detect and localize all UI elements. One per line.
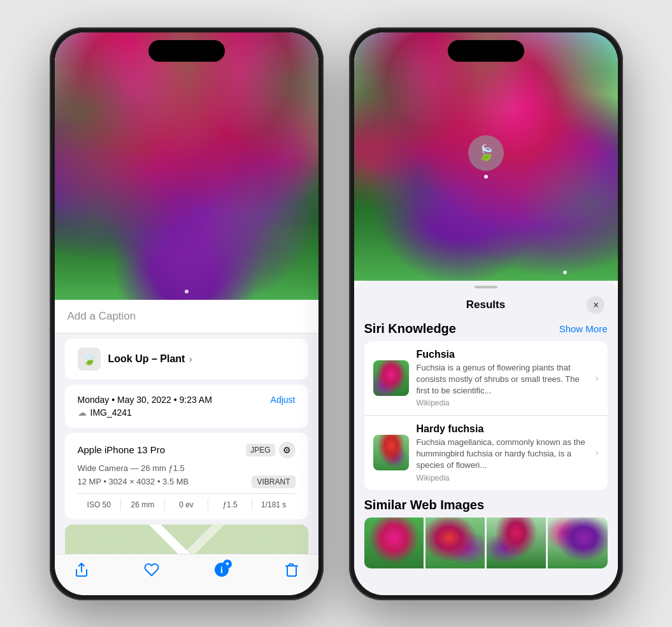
knowledge-item-2[interactable]: Hardy fuchsia Fuchsia magellanica, commo… xyxy=(364,416,608,490)
toolbar: i ✦ xyxy=(55,554,318,595)
hardy-title: Hardy fuchsia xyxy=(417,423,588,435)
similar-image-3[interactable] xyxy=(487,518,546,568)
close-button[interactable]: × xyxy=(587,296,604,314)
exif-iso: ISO 50 xyxy=(78,499,122,511)
cloud-icon: ☁ xyxy=(78,407,87,418)
camera-model-text: Apple iPhone 13 Pro xyxy=(78,444,166,455)
results-sheet: Results × Siri Knowledge Show More xyxy=(354,281,618,595)
svg-text:i: i xyxy=(220,565,223,575)
fuchsia-title: Fuchsia xyxy=(417,349,588,360)
photo-area-2[interactable]: 🍃 xyxy=(354,32,618,281)
gear-icon[interactable]: ⚙ xyxy=(279,442,296,458)
map-roads xyxy=(65,525,308,554)
adjust-button[interactable]: Adjust xyxy=(271,395,296,405)
leaf-icon: 🍃 xyxy=(476,144,496,162)
fuchsia-desc: Fuchsia is a genus of flowering plants t… xyxy=(417,362,588,397)
knowledge-card: Fuchsia Fuchsia is a genus of flowering … xyxy=(364,341,608,490)
info-button[interactable]: i ✦ xyxy=(214,562,229,577)
fuchsia-source: Wikipedia xyxy=(417,398,588,407)
mp-info: 12 MP • 3024 × 4032 • 3.5 MB xyxy=(78,477,189,486)
caption-row[interactable]: Add a Caption xyxy=(55,300,318,334)
fuchsia-thumbnail xyxy=(373,360,409,396)
siri-visual-button[interactable]: 🍃 xyxy=(468,135,504,171)
siri-knowledge-section: Siri Knowledge Show More xyxy=(364,321,608,490)
page-indicator-1 xyxy=(185,290,189,293)
format-badge: JPEG xyxy=(246,444,275,456)
sheet-handle xyxy=(475,286,497,288)
section-header: Siri Knowledge Show More xyxy=(364,321,608,336)
hardy-desc: Fuchsia magellanica, commonly known as t… xyxy=(417,437,588,472)
lookup-label: Look Up – Plant › xyxy=(108,353,192,365)
lookup-icon: 🍃 xyxy=(78,348,101,370)
camera-section: Apple iPhone 13 Pro JPEG ⚙ Wide Camera —… xyxy=(65,433,308,519)
chevron-right-icon-1: › xyxy=(595,372,598,384)
chevron-right-icon-2: › xyxy=(595,447,598,458)
similar-image-4[interactable] xyxy=(548,518,607,568)
share-button[interactable] xyxy=(74,562,89,577)
similar-images-grid xyxy=(364,518,608,568)
siri-knowledge-title: Siri Knowledge xyxy=(364,321,456,336)
hardy-thumbnail xyxy=(373,435,409,470)
page-indicator-2 xyxy=(563,271,567,274)
hardy-text: Hardy fuchsia Fuchsia magellanica, commo… xyxy=(417,423,588,483)
map-area[interactable] xyxy=(65,525,308,554)
phone-2: 🍃 Results × xyxy=(349,27,623,600)
date-text: Monday • May 30, 2022 • 9:23 AM xyxy=(78,395,212,405)
similar-image-1[interactable] xyxy=(364,518,424,568)
favorite-button[interactable] xyxy=(144,562,159,577)
date-section: Monday • May 30, 2022 • 9:23 AM Adjust ☁… xyxy=(65,384,308,428)
knowledge-item-1[interactable]: Fuchsia Fuchsia is a genus of flowering … xyxy=(364,341,608,416)
caption-placeholder[interactable]: Add a Caption xyxy=(68,310,136,322)
hardy-source: Wikipedia xyxy=(417,474,588,483)
exif-row: ISO 50 26 mm 0 ev ƒ1.5 1/181 s xyxy=(78,493,296,511)
similar-image-2[interactable] xyxy=(425,518,485,568)
info-area: Add a Caption 🍃 Look Up – Plant › xyxy=(55,300,318,554)
lookup-row[interactable]: 🍃 Look Up – Plant › xyxy=(65,339,308,379)
dynamic-island-1 xyxy=(148,40,225,62)
delete-button[interactable] xyxy=(284,562,299,577)
filename-text: IMG_4241 xyxy=(90,407,132,418)
siri-dot xyxy=(484,174,488,178)
phone-1: Add a Caption 🍃 Look Up – Plant › xyxy=(50,27,324,600)
vibrant-badge: VIBRANT xyxy=(252,476,295,488)
show-more-button[interactable]: Show More xyxy=(559,323,608,334)
results-title: Results xyxy=(466,299,505,311)
dynamic-island-2 xyxy=(448,40,524,62)
results-header: Results × xyxy=(354,293,618,321)
similar-title: Similar Web Images xyxy=(364,498,608,512)
info-badge: ✦ xyxy=(223,560,232,568)
exif-shutter: 1/181 s xyxy=(252,499,296,511)
photo-area-1[interactable] xyxy=(55,32,318,300)
flower-image-1 xyxy=(55,32,318,300)
lookup-arrow: › xyxy=(189,354,192,364)
similar-section: Similar Web Images xyxy=(364,498,608,568)
fuchsia-text: Fuchsia Fuchsia is a genus of flowering … xyxy=(417,349,588,408)
exif-aperture: ƒ1.5 xyxy=(208,499,252,511)
camera-detail: Wide Camera — 26 mm ƒ1.5 xyxy=(78,463,296,473)
exif-focal: 26 mm xyxy=(121,499,165,511)
exif-ev: 0 ev xyxy=(165,499,209,511)
